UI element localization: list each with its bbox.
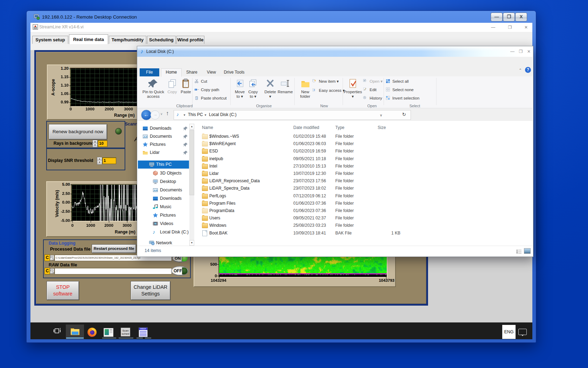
address-bar[interactable]: ♪ ▼ This PC ▼ Local Disk (C:) ∨ ↻ [174, 110, 411, 120]
details-view-icon[interactable] [516, 249, 522, 253]
file-row[interactable]: LiDAR_Reprocessed_Data23/07/2023 17:56Fi… [195, 177, 531, 185]
address-dropdown-chevron[interactable]: ∨ [380, 113, 382, 117]
change-lidar-settings-button[interactable]: Change LiDARSettings [131, 281, 170, 300]
renew-background-button[interactable]: Renew background now [49, 124, 107, 139]
raw-path-field[interactable] [54, 268, 172, 274]
sidebar-item-this-pc[interactable]: This PC [138, 161, 189, 169]
file-row[interactable]: $Windows.~WS01/02/2019 15:48File folder [195, 133, 531, 140]
scan-scheduler-icon[interactable]: Scansched [121, 328, 130, 336]
copy-path-button[interactable]: wCopy path [194, 87, 247, 93]
ribbon-tab-home[interactable]: Home [161, 68, 182, 77]
sidebar-item-documents[interactable]: Documents [138, 186, 189, 194]
scrollbar-up-arrow[interactable]: ▲ [189, 124, 194, 129]
streamline-maximize-button[interactable]: ❐ [506, 24, 514, 30]
sidebar-item-desktop[interactable]: Desktop [138, 178, 189, 186]
paste-button[interactable]: Paste [175, 78, 196, 103]
sidebar-item-documents[interactable]: Documents [138, 132, 189, 141]
ribbon-collapse-icon[interactable]: ⌃ [519, 68, 524, 73]
file-row[interactable]: ProgramData01/06/2023 07:36File folder [195, 207, 531, 214]
column-header-name[interactable]: Name [202, 125, 244, 130]
file-row[interactable]: ESD01/02/2019 16:59File folder [195, 148, 531, 155]
sidebar-item-pictures[interactable]: Pictures [138, 141, 189, 149]
action-center-icon[interactable] [518, 329, 527, 335]
raw-drive-letter[interactable]: C [44, 268, 50, 274]
help-icon[interactable]: ? [525, 67, 531, 73]
sidebar-item-lidar[interactable]: Lidar [138, 149, 189, 157]
scrollbar-thumb[interactable] [189, 130, 194, 195]
language-indicator[interactable]: ENG [502, 325, 516, 339]
sidebar-item-downloads[interactable]: Downloads [138, 124, 189, 132]
new-item-button[interactable]: New item ▾ [312, 79, 365, 85]
sidebar-item-local-disk-c-[interactable]: ♪Local Disk (C:) [138, 228, 189, 236]
restart-processed-file-button[interactable]: Restart processed file [92, 244, 136, 253]
sidebar-item-network[interactable]: Network [138, 239, 189, 247]
file-row[interactable]: PerfLogs07/12/2019 06:12File folder [195, 192, 531, 200]
file-row[interactable]: Users09/05/2021 02:37File folder [195, 214, 531, 222]
file-explorer-taskbar-button[interactable] [66, 325, 84, 339]
file-row[interactable]: Boot.BAK10/09/2013 18:41BAK File1 KB [195, 230, 531, 237]
invert-selection-button[interactable]: Invert selection [386, 95, 438, 102]
file-row[interactable]: $WinREAgent01/06/2023 06:03File folder [195, 140, 531, 148]
rdp-minimize-button[interactable]: — [491, 13, 503, 21]
snr-value-field[interactable]: 1 [102, 157, 116, 164]
recent-locations-chevron[interactable]: ∨ [160, 112, 163, 116]
file-row[interactable]: inetpub09/05/2021 10:18File folder [195, 155, 531, 163]
cut-button[interactable]: Cut [194, 79, 247, 85]
stop-software-button[interactable]: STOPsoftware [47, 281, 79, 300]
snr-spinner[interactable]: ▲▼ [97, 157, 102, 165]
ribbon-tab-file[interactable]: File [140, 68, 159, 76]
item-count: 14 items [145, 248, 161, 253]
explorer-maximize-button[interactable]: ❐ [517, 48, 524, 55]
ribbon-tab-drive-tools[interactable]: Drive Tools [221, 68, 247, 76]
select-all-button[interactable]: Select all [386, 79, 438, 85]
column-header-size[interactable]: Size [378, 125, 408, 130]
back-button[interactable]: ← [141, 110, 152, 120]
raw-off-toggle[interactable]: OFF [171, 266, 189, 276]
file-row[interactable]: Intel27/10/2010 15:13File folder [195, 163, 531, 170]
breadcrumb-local-disk[interactable]: Local Disk (C:) [209, 112, 237, 117]
tab-wind-profile[interactable]: Wind profile [176, 36, 204, 44]
address-chevron-2[interactable]: ▼ [204, 114, 207, 117]
explorer-close-button[interactable]: ✕ [525, 48, 532, 55]
thumbnail-view-icon[interactable] [524, 248, 531, 254]
tab-scheduling[interactable]: Scheduling [147, 36, 176, 44]
breadcrumb-this-pc[interactable]: This PC [188, 112, 203, 117]
processed-drive-letter[interactable]: C [44, 254, 50, 261]
week-planner-icon[interactable]: WEEK [139, 327, 148, 337]
streamline-minimize-button[interactable]: — [489, 24, 497, 30]
paste-shortcut-button[interactable]: Paste shortcut [194, 95, 247, 102]
forward-button[interactable]: → [150, 110, 160, 120]
column-header-type[interactable]: Type [335, 125, 377, 130]
tab-real-time-data[interactable]: Real time data [69, 34, 108, 44]
rays-value-field[interactable]: 10 [98, 140, 107, 147]
ribbon-tab-share[interactable]: Share [183, 68, 201, 76]
file-row[interactable]: LiDAR_Spectra_Data23/07/2023 18:02File f… [195, 185, 531, 192]
file-row[interactable]: Windows25/08/2023 03:23File folder [195, 222, 531, 229]
up-button[interactable]: ↑ [166, 110, 169, 117]
file-row[interactable]: Lidar10/07/2019 12:30File folder [195, 170, 531, 177]
rdp-close-button[interactable]: X [515, 13, 527, 21]
ribbon-tab-view[interactable]: View [203, 68, 220, 76]
image-viewer-icon[interactable] [104, 328, 113, 337]
rays-spinner[interactable]: ▲▼ [92, 140, 98, 148]
sidebar-item-pictures[interactable]: Pictures [138, 211, 189, 219]
column-header-date-modified[interactable]: Date modified [293, 125, 335, 130]
easy-access-button[interactable]: Easy access ▾ [312, 88, 365, 94]
sidebar-item-downloads[interactable]: Downloads [138, 195, 189, 203]
tab-temp-humidity[interactable]: Temp/humidity [109, 36, 146, 44]
scrollbar-down-arrow[interactable]: ▼ [189, 240, 194, 246]
firefox-icon[interactable] [88, 328, 97, 337]
file-row[interactable]: Program Files01/06/2023 07:36File folder [195, 200, 531, 207]
spect-ytick-mark [217, 264, 219, 265]
tab-system-setup[interactable]: System setup [32, 36, 68, 44]
address-chevron-1[interactable]: ▼ [183, 114, 186, 117]
explorer-minimize-button[interactable]: — [509, 48, 516, 55]
refresh-icon[interactable]: ↻ [402, 112, 406, 117]
select-none-button[interactable]: Select none [386, 87, 438, 93]
rdp-maximize-button[interactable]: ❐ [503, 13, 515, 21]
streamline-close-button[interactable]: ✕ [522, 24, 530, 30]
sidebar-item-3d-objects[interactable]: 3D Objects [138, 169, 189, 177]
sidebar-item-videos[interactable]: Videos [138, 220, 189, 228]
sidebar-item-music[interactable]: Music [138, 203, 189, 211]
task-view-icon[interactable] [53, 327, 62, 335]
